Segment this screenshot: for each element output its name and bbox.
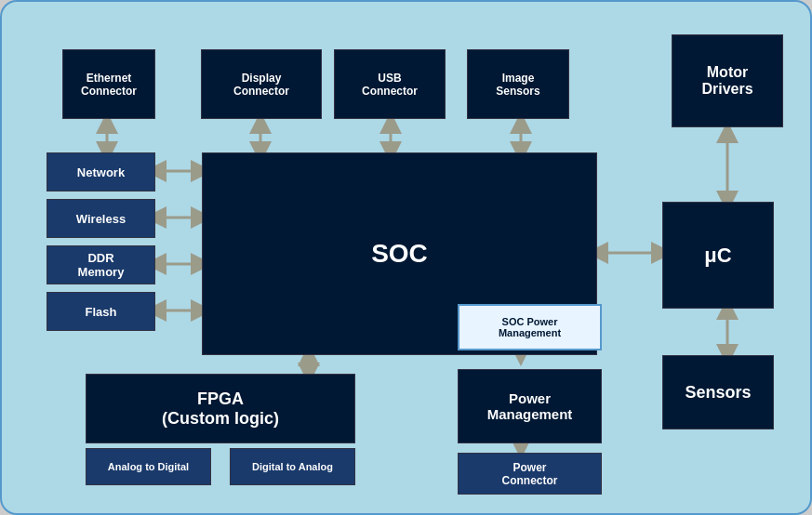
network-box: Network [47,152,155,191]
usb-connector-box: USBConnector [334,49,446,119]
analog-to-digital-box: Analog to Digital [86,448,211,485]
image-sensors-box: ImageSensors [467,49,569,119]
sensors-box: Sensors [662,355,774,429]
flash-box: Flash [47,292,155,331]
power-management-box: PowerManagement [458,369,602,443]
motor-drivers-box: MotorDrivers [672,34,783,127]
wireless-box: Wireless [47,199,155,238]
digital-to-analog-box: Digital to Analog [230,448,355,485]
ethernet-connector-box: EthernetConnector [62,49,155,119]
uc-box: μC [662,202,774,309]
ddr-memory-box: DDRMemory [47,245,155,284]
display-connector-box: DisplayConnector [201,49,322,119]
power-connector-box: PowerConnector [458,453,602,495]
soc-power-management-box: SOC PowerManagement [458,304,602,350]
diagram-container: EthernetConnector DisplayConnector USBCo… [0,0,812,515]
fpga-box: FPGA(Custom logic) [86,374,355,443]
